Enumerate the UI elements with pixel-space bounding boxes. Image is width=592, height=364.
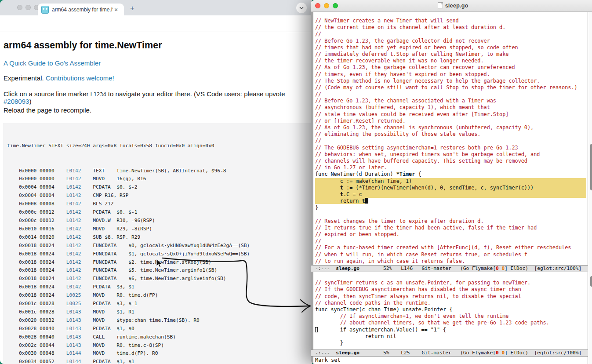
asm-row: 0x0014 00020 L0142 SUB $8, RSP, R29 bbox=[7, 233, 312, 242]
code-line: // Before Go 1.23, the garbage collector… bbox=[315, 38, 586, 44]
asm-source-line-link[interactable]: L0144 bbox=[66, 350, 81, 356]
code-line: // code, then syncTimer always returns n… bbox=[315, 293, 586, 300]
browser-minimize-button[interactable] bbox=[25, 5, 31, 10]
code-line: // or [Timer.Reset] returned. bbox=[315, 118, 586, 124]
asm-source-line-link[interactable]: L0142 bbox=[66, 267, 81, 273]
asm-row: 0x0004 00004 L0142 CMP R16, RSP bbox=[7, 192, 312, 200]
asm-source-line-link[interactable]: L0025 bbox=[66, 292, 81, 298]
asm-source-line-link[interactable]: L0142 bbox=[66, 226, 81, 232]
assembler-guide-link[interactable]: A Quick Guide to Go's Assembler bbox=[4, 59, 101, 67]
code-line: // (Code may of course still want to cal… bbox=[315, 84, 586, 91]
code-line: // the current time on its channel after… bbox=[315, 24, 586, 31]
browser-tab[interactable]: arm64 assembly for time.New × bbox=[38, 4, 124, 15]
code-line: } bbox=[315, 340, 586, 346]
asm-row: 0x0030 00048 L0144 MOVD time.d(FP), R0 bbox=[7, 349, 312, 358]
bottom-window-scrollbar-thumb[interactable] bbox=[590, 276, 592, 287]
asm-row: 0x000c 00012 L0142 MOVD.W R30, -96(RSP) bbox=[7, 217, 312, 225]
asm-row: 0x0018 00024 L0025 MOVD R0, time.d(FP) bbox=[7, 291, 312, 300]
document-icon bbox=[438, 2, 443, 8]
asm-source-line-link[interactable]: L0142 bbox=[66, 193, 81, 198]
code-line: } bbox=[315, 204, 586, 211]
code-line: // As of Go 1.23, the channel is synchro… bbox=[315, 124, 586, 131]
code-line: return nil bbox=[315, 333, 586, 340]
asm-source-line-link[interactable]: L0142 bbox=[66, 276, 81, 281]
asm-source-line-link[interactable]: L0142 bbox=[66, 168, 81, 174]
code-line: // asynchronous (buffered, capacity 1), … bbox=[315, 104, 586, 111]
top-window-scrollbar-thumb[interactable] bbox=[590, 144, 592, 190]
tab-search-chevron-icon[interactable] bbox=[296, 3, 307, 13]
asm-source-line-link[interactable]: L0143 bbox=[66, 334, 81, 340]
instruction-text-mid: to navigate your editor there. (VS Code … bbox=[106, 90, 285, 98]
code-line: // Reset changes the timer to expire aft… bbox=[315, 218, 586, 225]
tab-strip: arm64 assembly for time.New × + bbox=[0, 0, 312, 15]
asm-row: 0x001c 00028 L0025 PCDATA $3, $-1 bbox=[7, 300, 312, 308]
asm-source-line-link[interactable]: L0142 bbox=[66, 259, 81, 265]
asm-row: 0x0010 00016 L0142 MOVD R29, -8(RSP) bbox=[7, 225, 312, 233]
asm-source-line-link[interactable]: L0143 bbox=[66, 326, 81, 331]
issue-link[interactable]: #208093 bbox=[4, 98, 29, 105]
assembly-page: arm64 assembly for time.NewTimer A Quick… bbox=[0, 32, 312, 364]
code-line: // The Stop method is no longer necessar… bbox=[315, 78, 586, 84]
code-line: // As of Go 1.23, the garbage collector … bbox=[315, 64, 586, 71]
asm-row: 0x001c 00028 L0143 MOVD $1, R1 bbox=[7, 308, 312, 317]
asm-source-line-link[interactable]: L0142 bbox=[66, 243, 81, 248]
gopher-favicon bbox=[41, 6, 49, 14]
asm-source-line-link[interactable]: L0142 bbox=[66, 209, 81, 215]
assembly-listing: time.NewTimer STEXT size=240 args=0x8 lo… bbox=[3, 123, 312, 364]
asm-row: 0x0020 00032 L0143 MOVD $type:chan time.… bbox=[7, 317, 312, 325]
code-line: c := make(chan Time, 1) bbox=[315, 178, 586, 185]
reload-hint-text: Reload the page to recompile. bbox=[4, 106, 91, 114]
asm-source-line-link[interactable]: L0142 bbox=[66, 184, 81, 190]
code-line: // behaviors: when set, unexpired timers… bbox=[315, 151, 586, 158]
left-fringe bbox=[311, 12, 313, 364]
code-line: // The GODEBUG setting asynctimerchan=1 … bbox=[315, 145, 586, 151]
asm-row: 0x0018 00024 L0142 FUNCDATA $5, time.New… bbox=[7, 266, 312, 275]
new-tab-button[interactable]: + bbox=[130, 4, 134, 13]
code-line: func NewTimer(d Duration) *Timer { bbox=[315, 171, 586, 178]
asm-source-line-link[interactable]: L0142 bbox=[66, 218, 81, 223]
emacs-window-title: sleep.go bbox=[311, 2, 592, 9]
asm-source-line-link[interactable]: L0142 bbox=[66, 251, 81, 257]
asm-row: 0x002c 00044 L0143 MOVD R0, time.c-8(SP) bbox=[7, 342, 312, 350]
asm-row: 0x0000 00000 L0142 TEXT time.NewTimer(SB… bbox=[7, 167, 312, 175]
asm-source-line-link[interactable]: L0142 bbox=[66, 284, 81, 290]
text-cursor-block bbox=[365, 198, 368, 204]
code-line: // bbox=[315, 138, 586, 144]
asm-row: 0x0018 00024 L0142 FUNCDATA $2, time.New… bbox=[7, 258, 312, 267]
experimental-text: Experimental. bbox=[4, 74, 46, 82]
asm-source-line-link[interactable]: L0142 bbox=[66, 234, 81, 240]
asm-source-line-link[interactable]: L0143 bbox=[66, 342, 81, 348]
code-line: func syncTimer(c chan Time) unsafe.Point… bbox=[315, 306, 586, 313]
bottom-code-window[interactable]: // syncTimer returns c as an unsafe.Poin… bbox=[315, 273, 586, 349]
code-line: t.C = c bbox=[315, 191, 586, 198]
asm-source-line-link[interactable]: L0143 bbox=[66, 309, 81, 315]
asm-row: 0x0000 00000 L0142 MOVD 16(g), R16 bbox=[7, 175, 312, 183]
code-line: // NewTimer creates a new Timer that wil… bbox=[315, 18, 586, 24]
asm-source-line-link[interactable]: L0144 bbox=[66, 359, 81, 364]
code-line: return t bbox=[315, 198, 586, 204]
asm-row: 0x0028 00040 L0143 CALL runtime.makechan… bbox=[7, 333, 312, 342]
asm-row: 0x0008 00008 L0142 BLS 212 bbox=[7, 200, 312, 208]
asm-row: 0x0004 00004 L0142 PCDATA $0, $-2 bbox=[7, 183, 312, 192]
asm-source-line-link[interactable]: L0142 bbox=[66, 201, 81, 207]
code-line: // channel code paths in the runtime. bbox=[315, 300, 586, 306]
asm-source-line-link[interactable]: L0142 bbox=[66, 176, 81, 182]
asm-source-line-link[interactable]: L0143 bbox=[66, 317, 81, 323]
asm-row: 0x0018 00024 L0142 PCDATA $3, $1 bbox=[7, 283, 312, 291]
asm-source-line-link[interactable]: L0025 bbox=[66, 301, 81, 306]
asm-row: 0x0034 00052 L0144 PCDATA $1, $1 bbox=[7, 358, 312, 364]
top-code-window[interactable]: // NewTimer creates a new Timer that wil… bbox=[315, 18, 586, 265]
code-line: // Before Go 1.23, the channel associate… bbox=[315, 98, 586, 104]
code-line bbox=[315, 273, 586, 280]
modeline-bottom: -:--- sleep.go 5% L25 Git-master (Go Fly… bbox=[311, 349, 588, 357]
tab-close-icon[interactable]: × bbox=[114, 6, 118, 13]
modeline-top: -:--- sleep.go 52% L146 Git-master (Go F… bbox=[311, 265, 588, 272]
code-line: // in Go 1.27 or later. bbox=[315, 164, 586, 171]
code-line: // the timer recoverable when it was no … bbox=[315, 58, 586, 64]
contributions-link[interactable]: Contributions welcome! bbox=[46, 74, 114, 82]
browser-close-button[interactable] bbox=[17, 5, 22, 10]
emacs-titlebar[interactable]: sleep.go bbox=[311, 0, 592, 12]
line-marker-code: L1234 bbox=[91, 91, 106, 98]
emacs-frame: // NewTimer creates a new Timer that wil… bbox=[311, 12, 592, 364]
asm-row: 0x000c 00012 L0142 PCDATA $0, $-1 bbox=[7, 208, 312, 217]
